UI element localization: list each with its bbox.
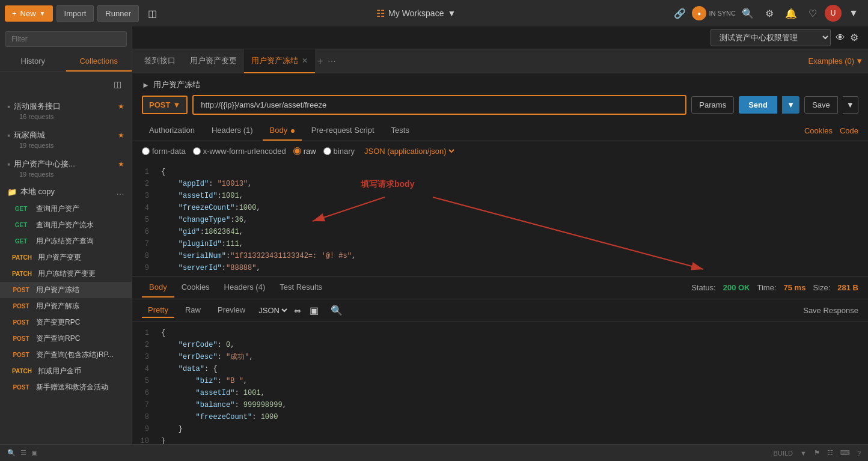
resp-preview-btn[interactable]: Preview xyxy=(212,303,251,318)
tab-headers[interactable]: Headers (1) xyxy=(204,121,260,141)
new-button[interactable]: + New ▼ xyxy=(5,5,53,22)
import-button[interactable]: Import xyxy=(57,5,94,22)
sidebar-item-freeze-asset[interactable]: POST 用户资产冻结 xyxy=(0,282,132,298)
request-body-editor[interactable]: 12345 678910 11 1213 { "appId": "10013",… xyxy=(132,161,868,276)
sidebar-item-query-flow[interactable]: GET 查询用户资产流水 xyxy=(0,217,132,233)
binary-option[interactable]: binary xyxy=(323,147,355,156)
settings-icon-button[interactable]: ⚙ xyxy=(760,4,779,23)
sidebar-tab-history[interactable]: History xyxy=(0,52,66,72)
eye-icon-button[interactable]: 👁 xyxy=(836,32,845,43)
sidebar-search-area xyxy=(0,26,132,52)
code-link[interactable]: Code xyxy=(840,126,858,135)
sidebar-tab-collections[interactable]: Collections xyxy=(66,52,132,72)
sidebar-item-asset-change-rpc[interactable]: POST 资产变更RPC xyxy=(0,314,132,331)
tab-tests[interactable]: Tests xyxy=(384,121,417,141)
tab-close-icon[interactable]: ✕ xyxy=(302,56,308,65)
url-encoded-radio[interactable] xyxy=(193,147,201,155)
folder-more-icon[interactable]: … xyxy=(116,187,124,197)
resp-raw-btn[interactable]: Raw xyxy=(179,303,207,318)
content-type-select[interactable]: JSON (application/json) xyxy=(362,146,456,156)
form-data-radio[interactable] xyxy=(142,147,150,155)
tab-freeze-asset[interactable]: 用户资产冻结 ✕ xyxy=(244,49,315,73)
wrap-icon[interactable]: ⇔ xyxy=(294,306,301,316)
environment-select[interactable]: 测试资产中心权限管理 xyxy=(711,29,831,46)
bell-icon-button[interactable]: 🔔 xyxy=(781,4,801,23)
sidebar-new-collection-icon[interactable]: ◫ xyxy=(108,75,127,94)
response-tab-body[interactable]: Body xyxy=(142,278,174,298)
cookies-link[interactable]: Cookies xyxy=(804,126,833,135)
sidebar-item-asset-query-rpc[interactable]: POST 资产查询RPC xyxy=(0,331,132,347)
runner-button[interactable]: Runner xyxy=(97,5,139,22)
heart-icon-button[interactable]: ♡ xyxy=(803,4,822,23)
avatar-caret-icon[interactable]: ▼ xyxy=(844,4,863,23)
bottom-list-icon[interactable]: ☰ xyxy=(20,449,26,457)
resp-format-select[interactable]: JSON xyxy=(256,305,289,316)
sidebar-item-change-frozen[interactable]: PATCH 用户冻结资产变更 xyxy=(0,266,132,282)
copy-icon-button[interactable]: ▣ xyxy=(306,304,322,317)
sidebar-item-deduct-gold[interactable]: PATCH 扣减用户金币 xyxy=(0,363,132,379)
collection-count-2: 19 requests xyxy=(7,142,124,149)
save-response-button[interactable]: Save Response xyxy=(803,306,858,315)
sidebar-item-gift-activity[interactable]: POST 新手赠送和救济金活动 xyxy=(0,379,132,395)
folder-name: 本地 copy xyxy=(20,186,112,197)
folder-local-copy[interactable]: 📁 本地 copy … xyxy=(0,183,132,201)
url-encoded-option[interactable]: x-www-form-urlencoded xyxy=(193,147,286,156)
map-icon[interactable]: ⚑ xyxy=(814,449,820,457)
examples-caret-icon[interactable]: ▼ xyxy=(855,56,863,66)
collection-item-user-asset[interactable]: ▪ 用户资产中心接... ★ 19 requests xyxy=(0,154,132,183)
examples-link[interactable]: Examples (0) xyxy=(808,56,855,66)
sidebar-item-unfreeze-asset[interactable]: POST 用户资产解冻 xyxy=(0,298,132,314)
save-button[interactable]: Save xyxy=(804,96,838,114)
response-tab-headers[interactable]: Headers (4) xyxy=(217,278,273,298)
sidebar-item-asset-query-frozen-rpc[interactable]: POST 资产查询(包含冻结)RP... xyxy=(0,347,132,363)
params-button[interactable]: Params xyxy=(691,96,734,114)
form-data-option[interactable]: form-data xyxy=(142,147,186,156)
url-input[interactable] xyxy=(192,95,686,115)
method-badge-post-6: POST xyxy=(10,383,32,391)
tab-pre-request[interactable]: Pre-request Script xyxy=(304,121,382,141)
keyboard-icon[interactable]: ⌨ xyxy=(840,449,850,457)
search-icon-button[interactable]: 🔍 xyxy=(738,4,757,23)
collection-item-shop[interactable]: ▪ 玩家商城 ★ 19 requests xyxy=(0,125,132,154)
collection-item-activity[interactable]: ▪ 活动服务接口 ★ 16 requests xyxy=(0,96,132,125)
bottom-search-icon[interactable]: 🔍 xyxy=(7,449,16,457)
filter-input[interactable] xyxy=(5,31,127,47)
tab-more-icon[interactable]: ⋯ xyxy=(325,56,338,66)
sidebar-item-change-asset[interactable]: PATCH 用户资产变更 xyxy=(0,249,132,266)
build-caret-icon[interactable]: ▼ xyxy=(800,449,807,457)
tab-add-button[interactable]: + xyxy=(315,56,325,67)
sidebar-item-query-frozen[interactable]: GET 用户冻结资产查询 xyxy=(0,233,132,249)
help-icon[interactable]: ? xyxy=(857,449,861,457)
size-label: Size: xyxy=(813,283,830,292)
response-tab-cookies[interactable]: Cookies xyxy=(174,278,217,298)
workspace-selector[interactable]: ☷ My Workspace ▼ xyxy=(165,8,667,19)
code-editor-lines[interactable]: { "appId": "10013", "assetId":1001, "fre… xyxy=(156,166,868,276)
send-button[interactable]: Send xyxy=(739,96,777,114)
layout-icon-button[interactable]: ◫ xyxy=(142,4,162,23)
layout-toggle-icon[interactable]: ☷ xyxy=(827,449,833,457)
build-label[interactable]: BUILD xyxy=(774,449,793,457)
form-data-label: form-data xyxy=(152,147,186,156)
tab-authorization[interactable]: Authorization xyxy=(142,121,202,141)
response-tab-test-results[interactable]: Test Results xyxy=(272,278,329,298)
method-select[interactable]: POST ▼ xyxy=(142,96,188,114)
save-caret-button[interactable]: ▼ xyxy=(843,96,858,114)
sidebar-toolbar: ◫ xyxy=(0,72,132,96)
binary-radio[interactable] xyxy=(323,147,331,155)
main-layout: History Collections ◫ ▪ 活动服务接口 ★ 16 requ… xyxy=(0,26,868,444)
avatar[interactable]: U xyxy=(825,5,842,22)
tab-body[interactable]: Body xyxy=(263,121,302,141)
tab-asset-change[interactable]: 用户资产变更 xyxy=(183,49,244,73)
gear-icon-button[interactable]: ⚙ xyxy=(850,32,858,43)
expand-arrow-icon[interactable]: ► xyxy=(142,81,150,90)
search-response-icon-button[interactable]: 🔍 xyxy=(327,304,346,317)
interceptor-icon-button[interactable]: 🔗 xyxy=(670,4,689,23)
raw-option[interactable]: raw xyxy=(293,147,316,156)
bottom-terminal-icon[interactable]: ▣ xyxy=(31,449,37,457)
tab-sign-in[interactable]: 签到接口 xyxy=(137,49,183,73)
sidebar-item-query-asset[interactable]: GET 查询用户资产 xyxy=(0,201,132,217)
resp-pretty-btn[interactable]: Pretty xyxy=(142,303,174,318)
send-caret-button[interactable]: ▼ xyxy=(782,96,799,114)
raw-radio[interactable] xyxy=(293,147,301,155)
method-badge-get-3: GET xyxy=(10,237,32,245)
